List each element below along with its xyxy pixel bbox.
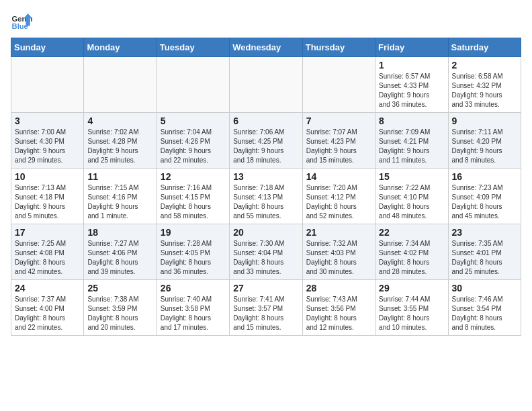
day-number: 12 [161,171,226,182]
week-row-1: 1Sunrise: 6:57 AM Sunset: 4:33 PM Daylig… [11,57,521,113]
calendar-cell: 16Sunrise: 7:23 AM Sunset: 4:09 PM Dayli… [448,169,521,224]
week-row-4: 17Sunrise: 7:25 AM Sunset: 4:08 PM Dayli… [11,224,521,280]
header-monday: Monday [84,38,157,57]
day-number: 30 [452,283,517,293]
day-info: Sunrise: 7:09 AM Sunset: 4:21 PM Dayligh… [379,128,444,165]
day-info: Sunrise: 7:30 AM Sunset: 4:04 PM Dayligh… [233,239,298,277]
day-info: Sunrise: 7:43 AM Sunset: 3:56 PM Dayligh… [306,295,371,332]
day-number: 29 [379,283,444,293]
day-info: Sunrise: 7:23 AM Sunset: 4:09 PM Dayligh… [452,183,517,221]
day-info: Sunrise: 7:04 AM Sunset: 4:26 PM Dayligh… [161,128,226,165]
calendar-cell: 12Sunrise: 7:16 AM Sunset: 4:15 PM Dayli… [157,169,229,224]
week-row-3: 10Sunrise: 7:13 AM Sunset: 4:18 PM Dayli… [11,169,521,224]
calendar-cell: 13Sunrise: 7:18 AM Sunset: 4:13 PM Dayli… [230,169,302,224]
day-number: 28 [306,283,371,293]
calendar-cell [11,57,84,113]
day-info: Sunrise: 7:15 AM Sunset: 4:16 PM Dayligh… [87,183,152,221]
calendar-cell: 26Sunrise: 7:40 AM Sunset: 3:58 PM Dayli… [157,280,229,336]
logo: General Blue [11,11,32,32]
day-info: Sunrise: 6:57 AM Sunset: 4:33 PM Dayligh… [379,72,444,109]
day-number: 26 [161,283,226,293]
day-info: Sunrise: 7:32 AM Sunset: 4:03 PM Dayligh… [306,239,371,277]
day-number: 6 [233,116,298,126]
day-number: 18 [87,227,152,238]
day-info: Sunrise: 7:18 AM Sunset: 4:13 PM Dayligh… [233,183,298,221]
day-info: Sunrise: 7:00 AM Sunset: 4:30 PM Dayligh… [15,128,80,165]
calendar-cell: 3Sunrise: 7:00 AM Sunset: 4:30 PM Daylig… [11,113,84,169]
day-info: Sunrise: 7:38 AM Sunset: 3:59 PM Dayligh… [87,295,152,332]
week-row-2: 3Sunrise: 7:00 AM Sunset: 4:30 PM Daylig… [11,113,521,169]
header-saturday: Saturday [448,38,521,57]
day-number: 10 [15,171,80,182]
day-info: Sunrise: 7:02 AM Sunset: 4:28 PM Dayligh… [87,128,152,165]
day-number: 16 [452,171,517,182]
header-tuesday: Tuesday [157,38,229,57]
day-number: 20 [233,227,298,238]
calendar-cell: 18Sunrise: 7:27 AM Sunset: 4:06 PM Dayli… [84,224,157,280]
day-number: 21 [306,227,371,238]
calendar-cell: 22Sunrise: 7:34 AM Sunset: 4:02 PM Dayli… [375,224,448,280]
header-thursday: Thursday [302,38,375,57]
day-info: Sunrise: 7:37 AM Sunset: 4:00 PM Dayligh… [15,295,80,332]
calendar-cell: 25Sunrise: 7:38 AM Sunset: 3:59 PM Dayli… [84,280,157,336]
day-info: Sunrise: 7:13 AM Sunset: 4:18 PM Dayligh… [15,183,80,221]
day-number: 4 [87,116,152,126]
calendar-cell: 11Sunrise: 7:15 AM Sunset: 4:16 PM Dayli… [84,169,157,224]
weekday-header-row: Sunday Monday Tuesday Wednesday Thursday… [11,38,521,57]
calendar-cell: 1Sunrise: 6:57 AM Sunset: 4:33 PM Daylig… [375,57,448,113]
calendar-cell: 27Sunrise: 7:41 AM Sunset: 3:57 PM Dayli… [230,280,302,336]
day-number: 23 [452,227,517,238]
day-number: 24 [15,283,80,293]
day-info: Sunrise: 7:35 AM Sunset: 4:01 PM Dayligh… [452,239,517,277]
calendar-cell: 23Sunrise: 7:35 AM Sunset: 4:01 PM Dayli… [448,224,521,280]
calendar-cell: 19Sunrise: 7:28 AM Sunset: 4:05 PM Dayli… [157,224,229,280]
day-number: 9 [452,116,517,126]
calendar-cell: 14Sunrise: 7:20 AM Sunset: 4:12 PM Dayli… [302,169,375,224]
day-number: 14 [306,171,371,182]
calendar-cell: 30Sunrise: 7:46 AM Sunset: 3:54 PM Dayli… [448,280,521,336]
calendar-cell: 9Sunrise: 7:11 AM Sunset: 4:20 PM Daylig… [448,113,521,169]
day-number: 13 [233,171,298,182]
day-info: Sunrise: 7:40 AM Sunset: 3:58 PM Dayligh… [161,295,226,332]
calendar-cell: 5Sunrise: 7:04 AM Sunset: 4:26 PM Daylig… [157,113,229,169]
header-friday: Friday [375,38,448,57]
calendar-cell: 8Sunrise: 7:09 AM Sunset: 4:21 PM Daylig… [375,113,448,169]
calendar-cell: 7Sunrise: 7:07 AM Sunset: 4:23 PM Daylig… [302,113,375,169]
header-wednesday: Wednesday [230,38,302,57]
day-info: Sunrise: 7:41 AM Sunset: 3:57 PM Dayligh… [233,295,298,332]
header: General Blue [11,11,521,32]
day-info: Sunrise: 7:22 AM Sunset: 4:10 PM Dayligh… [379,183,444,221]
day-info: Sunrise: 7:28 AM Sunset: 4:05 PM Dayligh… [161,239,226,277]
day-number: 8 [379,116,444,126]
day-number: 1 [379,60,444,71]
calendar-cell [302,57,375,113]
day-number: 11 [87,171,152,182]
day-number: 22 [379,227,444,238]
day-info: Sunrise: 7:11 AM Sunset: 4:20 PM Dayligh… [452,128,517,165]
calendar-cell: 6Sunrise: 7:06 AM Sunset: 4:25 PM Daylig… [230,113,302,169]
calendar-cell: 28Sunrise: 7:43 AM Sunset: 3:56 PM Dayli… [302,280,375,336]
header-sunday: Sunday [11,38,84,57]
calendar-cell: 2Sunrise: 6:58 AM Sunset: 4:32 PM Daylig… [448,57,521,113]
day-number: 17 [15,227,80,238]
day-number: 5 [161,116,226,126]
calendar-cell: 29Sunrise: 7:44 AM Sunset: 3:55 PM Dayli… [375,280,448,336]
calendar-cell: 17Sunrise: 7:25 AM Sunset: 4:08 PM Dayli… [11,224,84,280]
calendar-cell [230,57,302,113]
week-row-5: 24Sunrise: 7:37 AM Sunset: 4:00 PM Dayli… [11,280,521,336]
day-info: Sunrise: 7:25 AM Sunset: 4:08 PM Dayligh… [15,239,80,277]
calendar-cell [84,57,157,113]
calendar-cell: 20Sunrise: 7:30 AM Sunset: 4:04 PM Dayli… [230,224,302,280]
day-info: Sunrise: 7:06 AM Sunset: 4:25 PM Dayligh… [233,128,298,165]
day-number: 2 [452,60,517,71]
svg-text:Blue: Blue [12,22,28,30]
day-info: Sunrise: 7:46 AM Sunset: 3:54 PM Dayligh… [452,295,517,332]
calendar-cell: 24Sunrise: 7:37 AM Sunset: 4:00 PM Dayli… [11,280,84,336]
day-info: Sunrise: 7:34 AM Sunset: 4:02 PM Dayligh… [379,239,444,277]
day-info: Sunrise: 6:58 AM Sunset: 4:32 PM Dayligh… [452,72,517,109]
calendar-cell: 4Sunrise: 7:02 AM Sunset: 4:28 PM Daylig… [84,113,157,169]
logo-icon: General Blue [11,11,32,32]
calendar-cell: 10Sunrise: 7:13 AM Sunset: 4:18 PM Dayli… [11,169,84,224]
calendar-cell: 21Sunrise: 7:32 AM Sunset: 4:03 PM Dayli… [302,224,375,280]
calendar-cell: 15Sunrise: 7:22 AM Sunset: 4:10 PM Dayli… [375,169,448,224]
